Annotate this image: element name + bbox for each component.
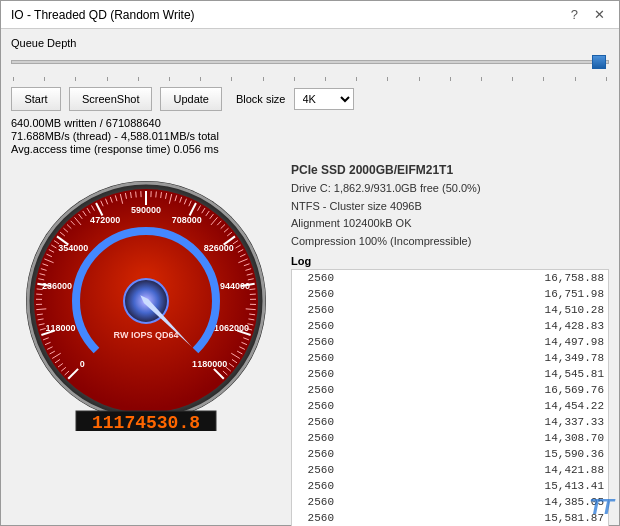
block-size-label: Block size — [236, 93, 286, 105]
log-row: 256016,758.88 — [292, 270, 608, 286]
slider-thumb[interactable] — [592, 55, 606, 69]
screenshot-button[interactable]: ScreenShot — [69, 87, 152, 111]
controls-row: Start ScreenShot Update Block size 4K 8K… — [11, 87, 609, 111]
start-button[interactable]: Start — [11, 87, 61, 111]
update-button[interactable]: Update — [160, 87, 221, 111]
log-section: Log 256016,758.88256016,751.98256014,510… — [291, 255, 609, 526]
tick — [387, 77, 388, 81]
tick — [356, 77, 357, 81]
log-row: 256014,510.28 — [292, 302, 608, 318]
log-row: 256014,421.88 — [292, 462, 608, 478]
log-table[interactable]: 256016,758.88256016,751.98256014,510.282… — [291, 269, 609, 526]
tick — [75, 77, 76, 81]
queue-depth-slider-container — [11, 53, 609, 71]
tick — [325, 77, 326, 81]
queue-depth-label: Queue Depth — [11, 37, 609, 49]
tick — [138, 77, 139, 81]
log-row: 256014,497.98 — [292, 334, 608, 350]
log-row: 256014,385.05 — [292, 494, 608, 510]
tick — [575, 77, 576, 81]
log-row: 256014,428.83 — [292, 318, 608, 334]
tick — [263, 77, 264, 81]
stats-section: 640.00MB written / 671088640 71.688MB/s … — [11, 117, 609, 155]
gauge-canvas — [11, 161, 281, 431]
tick — [481, 77, 482, 81]
main-area: PCIe SSD 2000GB/EIFM21T1 Drive C: 1,862.… — [11, 161, 609, 526]
log-row: 256015,590.36 — [292, 446, 608, 462]
compression-info: Compression 100% (Incompressible) — [291, 233, 609, 251]
tick — [543, 77, 544, 81]
slider-track — [11, 60, 609, 64]
log-row: 256016,569.76 — [292, 382, 608, 398]
log-row: 256014,308.70 — [292, 430, 608, 446]
ntfs-info: NTFS - Cluster size 4096B — [291, 198, 609, 216]
stat-written: 640.00MB written / 671088640 — [11, 117, 609, 129]
close-button[interactable]: ✕ — [590, 7, 609, 22]
drive-title: PCIe SSD 2000GB/EIFM21T1 — [291, 161, 609, 180]
tick — [13, 77, 14, 81]
tick — [606, 77, 607, 81]
watermark: TT — [589, 494, 612, 520]
watermark-text: TT — [589, 494, 612, 519]
log-row: 256014,545.81 — [292, 366, 608, 382]
tick — [169, 77, 170, 81]
slider-ticks — [11, 77, 609, 81]
right-panel: PCIe SSD 2000GB/EIFM21T1 Drive C: 1,862.… — [291, 161, 609, 526]
log-row: 256015,581.87 — [292, 510, 608, 526]
tick — [512, 77, 513, 81]
tick — [231, 77, 232, 81]
log-label: Log — [291, 255, 609, 267]
tick — [107, 77, 108, 81]
gauge-section — [11, 161, 281, 526]
log-row: 256016,751.98 — [292, 286, 608, 302]
help-button[interactable]: ? — [567, 7, 582, 22]
main-window: IO - Threaded QD (Random Write) ? ✕ Queu… — [0, 0, 620, 526]
drive-c-info: Drive C: 1,862.9/931.0GB free (50.0%) — [291, 180, 609, 198]
content-area: Queue Depth — [1, 29, 619, 526]
title-controls: ? ✕ — [567, 7, 609, 22]
stat-speed: 71.688MB/s (thread) - 4,588.011MB/s tota… — [11, 130, 609, 142]
title-bar: IO - Threaded QD (Random Write) ? ✕ — [1, 1, 619, 29]
drive-info: PCIe SSD 2000GB/EIFM21T1 Drive C: 1,862.… — [291, 161, 609, 251]
queue-depth-section: Queue Depth — [11, 37, 609, 81]
tick — [450, 77, 451, 81]
tick — [294, 77, 295, 81]
log-row: 256014,349.78 — [292, 350, 608, 366]
tick — [44, 77, 45, 81]
alignment-info: Alignment 102400kB OK — [291, 215, 609, 233]
log-row: 256015,413.41 — [292, 478, 608, 494]
stat-avg-access: Avg.access time (response time) 0.056 ms — [11, 143, 609, 155]
log-row: 256014,337.33 — [292, 414, 608, 430]
log-row: 256014,454.22 — [292, 398, 608, 414]
tick — [419, 77, 420, 81]
tick — [200, 77, 201, 81]
block-size-select[interactable]: 4K 8K 16K 32K 64K 128K 512K 1M — [294, 88, 354, 110]
window-title: IO - Threaded QD (Random Write) — [11, 8, 195, 22]
